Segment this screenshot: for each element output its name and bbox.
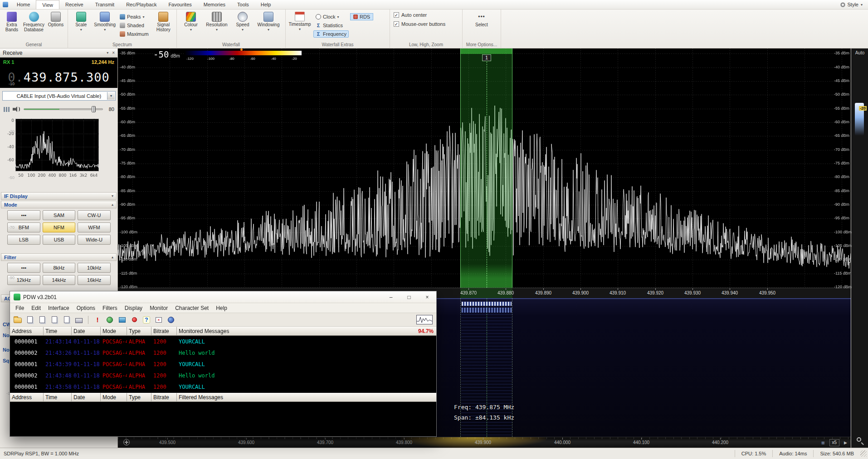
dropdown-arrow-icon[interactable]: ▼ (107, 92, 115, 100)
menu-options[interactable]: Options (73, 304, 99, 312)
frequency-display[interactable]: 0.439.875.300 (0, 67, 117, 88)
print-button[interactable] (74, 315, 84, 325)
audio-device-select[interactable]: CABLE Input (VB-Audio Virtual Cable) ▼ (2, 91, 116, 101)
mouse-over-buttons-checkbox[interactable]: ✓ Mouse-over buttons (392, 20, 447, 28)
tab-rec-playback[interactable]: Rec/Playback (120, 0, 162, 9)
filter-button[interactable]: 16kHz (78, 275, 111, 285)
center-tune-icon[interactable] (123, 439, 130, 445)
column-header-mode[interactable]: Mode (101, 327, 127, 336)
column-header-monitored-messages[interactable]: Monitored Messages94.7% (177, 327, 436, 336)
maximum-button[interactable]: Maximum (117, 30, 151, 38)
zoom-level-badge[interactable]: x5 (829, 439, 840, 446)
menu-help[interactable]: Help (212, 304, 231, 312)
tab-receive[interactable]: Receive (59, 0, 89, 9)
column-header-mode[interactable]: Mode (101, 393, 127, 402)
column-header-filtered-messages[interactable]: Filtered Messages (177, 393, 436, 402)
tab-home[interactable]: Home (11, 0, 36, 9)
pdw-titlebar[interactable]: PDW v3.2b01 – □ × (10, 291, 436, 303)
column-header-address[interactable]: Address (10, 327, 44, 336)
menu-display[interactable]: Display (121, 304, 146, 312)
alert-button[interactable]: ! (93, 315, 102, 325)
auto-center-checkbox[interactable]: ✓ Auto center (392, 11, 429, 19)
filter-button[interactable]: 8kHz (43, 263, 76, 273)
signal-history-button[interactable]: Signal History (152, 11, 175, 32)
rx-marker-flag[interactable]: 1 (482, 54, 491, 61)
shaded-button[interactable]: Shaded (117, 22, 151, 29)
menu-interface[interactable]: Interface (44, 304, 73, 312)
pager-message-row[interactable]: 000000121:43:3901-11-18POCSAG-4ALPHA1200… (10, 358, 436, 370)
statistics-button[interactable]: Σ Statistics (313, 22, 349, 29)
pager-message-row[interactable]: 000000221:43:2601-11-18POCSAG-4ALPHA1200… (10, 347, 436, 358)
range-value-label[interactable]: -90 (1, 275, 15, 280)
mode-button[interactable]: Wide-U (78, 235, 111, 245)
tab-view[interactable]: View (36, 0, 59, 9)
clock-button[interactable]: Clock ▾ (313, 13, 349, 20)
waterfall-colorbar[interactable] (185, 51, 302, 55)
monitored-messages-list[interactable]: 000000121:43:1401-11-18POCSAG-4ALPHA1200… (10, 336, 436, 393)
menu-file[interactable]: File (12, 304, 28, 312)
close-icon[interactable]: × (112, 50, 115, 55)
column-header-time[interactable]: Time (44, 327, 72, 336)
scale-button[interactable]: Scale ▾ (70, 11, 92, 32)
column-header-time[interactable]: Time (44, 393, 72, 402)
record-button[interactable] (129, 315, 139, 325)
volume-slider[interactable] (24, 108, 103, 110)
rds-toggle[interactable]: RDS (350, 13, 373, 20)
auto-range-button[interactable]: Auto (852, 50, 868, 55)
tuning-band[interactable] (460, 48, 512, 288)
menu-edit[interactable]: Edit (28, 304, 44, 312)
new-window-button[interactable] (25, 315, 35, 325)
tab-transmit[interactable]: Transmit (89, 0, 120, 9)
range-value-selected[interactable]: -20 (859, 106, 867, 111)
filter-button[interactable]: 14kHz (43, 275, 76, 285)
filter-button[interactable]: 10kHz (78, 263, 111, 273)
menu-monitor[interactable]: Monitor (146, 304, 171, 312)
pager-message-row[interactable]: 000000221:43:4801-11-18POCSAG-4ALPHA1200… (10, 370, 436, 381)
mode-button[interactable]: CW-U (78, 210, 111, 220)
filter-button[interactable]: × (154, 315, 164, 325)
column-header-type[interactable]: Type (127, 393, 151, 402)
resize-grip[interactable] (860, 450, 867, 457)
smoothing-button[interactable]: Smoothing ▾ (93, 11, 116, 32)
timestamp-button[interactable]: Timestamp ▾ (288, 11, 312, 31)
style-selector[interactable]: Style ▾ (835, 0, 868, 9)
section-filter[interactable]: Filter ▴ (1, 253, 117, 261)
resolution-button[interactable]: Resolution ▾ (205, 11, 229, 32)
monitor-button[interactable] (117, 315, 127, 325)
frequency-button[interactable]: Σ Frequency (313, 30, 349, 38)
tab-tools[interactable]: Tools (231, 0, 255, 9)
extra-bands-button[interactable]: Extra Bands (2, 11, 22, 32)
minimize-button[interactable]: – (382, 291, 400, 303)
section-if-display[interactable]: IF Display ▾ (1, 192, 117, 200)
mode-button[interactable]: SAM (43, 210, 76, 220)
paste-button[interactable] (49, 315, 59, 325)
help-button[interactable]: ? (141, 315, 151, 325)
section-mode[interactable]: Mode ▴ (1, 201, 117, 208)
select-button[interactable]: ••• Select (469, 11, 494, 27)
column-header-address[interactable]: Address (10, 393, 44, 402)
maximize-button[interactable]: □ (400, 291, 418, 303)
pager-message-row[interactable]: 000000121:43:5801-11-18POCSAG-4ALPHA1200… (10, 381, 436, 392)
layers-icon[interactable]: ≡ (821, 440, 825, 446)
windowing-button[interactable]: Windowing ▾ (256, 11, 281, 32)
filtered-messages-list[interactable] (10, 402, 436, 436)
column-header-type[interactable]: Type (127, 327, 151, 336)
mode-button[interactable]: ••• (7, 210, 40, 220)
world-button[interactable] (166, 315, 176, 325)
mode-button[interactable]: USB (43, 235, 76, 245)
menu-filters[interactable]: Filters (99, 304, 121, 312)
scroll-right-icon[interactable]: ▶ (844, 440, 847, 445)
column-header-date[interactable]: Date (72, 327, 101, 336)
peaks-button[interactable]: Peaks ▾ (117, 13, 151, 20)
receive-panel-header[interactable]: Receive ▾ × (0, 48, 117, 58)
open-folder-button[interactable] (13, 315, 23, 325)
range-value-label[interactable]: -10 (1, 82, 15, 86)
range-value-label[interactable]: -30 (1, 129, 15, 134)
filter-button[interactable]: ••• (7, 263, 40, 273)
tab-favourites[interactable]: Favourites (162, 0, 197, 9)
network-button[interactable] (105, 315, 115, 325)
frequency-database-button[interactable]: Frequency Database (23, 11, 44, 32)
speaker-icon[interactable] (13, 106, 20, 112)
column-header-bitrate[interactable]: Bitrate (151, 327, 177, 336)
speed-button[interactable]: Speed ▾ (230, 11, 255, 32)
